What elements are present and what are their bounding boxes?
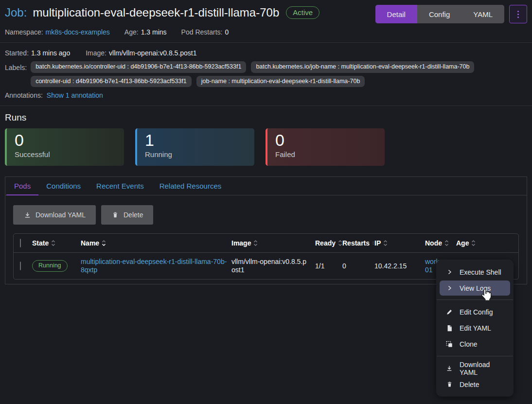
page-header: Job: multiplication-eval-deepseek-r1-dis… bbox=[5, 0, 527, 23]
sort-icon bbox=[444, 240, 449, 246]
successful-label: Successful bbox=[15, 150, 116, 158]
label-badge: batch.kubernetes.io/job-name : multiplic… bbox=[251, 61, 474, 73]
pod-image: vllm/vllm-openai:v0.8.5.post1 bbox=[231, 258, 315, 274]
running-label: Running bbox=[145, 150, 247, 158]
label-badge: controller-uid : d4b91906-b7e1-4f13-86bb… bbox=[31, 76, 192, 88]
trash-icon bbox=[445, 381, 453, 388]
namespace-label: Namespace: bbox=[5, 28, 43, 36]
select-all-checkbox[interactable] bbox=[20, 239, 21, 247]
menu-item-delete[interactable]: Delete bbox=[437, 376, 513, 392]
sort-icon bbox=[383, 240, 388, 246]
clone-icon bbox=[445, 340, 453, 348]
chevron-right-icon bbox=[445, 284, 453, 292]
successful-runs-card: 0 Successful bbox=[5, 128, 124, 166]
kebab-icon bbox=[517, 11, 519, 12]
menu-item-edit-yaml[interactable]: Edit YAML bbox=[437, 320, 513, 336]
tab-detail[interactable]: Detail bbox=[375, 5, 417, 23]
menu-item-view-logs[interactable]: View Logs bbox=[440, 281, 510, 296]
menu-item-download-yaml[interactable]: Download YAML bbox=[437, 360, 513, 376]
image-value: vllm/vllm-openai:v0.8.5.post1 bbox=[109, 49, 197, 57]
download-icon bbox=[445, 365, 453, 372]
header-kebab-menu-button[interactable] bbox=[509, 5, 527, 23]
tab-bar: Pods Conditions Recent Events Related Re… bbox=[5, 177, 527, 195]
column-header-restarts[interactable]: Restarts bbox=[342, 239, 374, 247]
failed-runs-card: 0 Failed bbox=[266, 128, 385, 166]
column-header-state[interactable]: State bbox=[32, 239, 81, 247]
running-count: 1 bbox=[145, 130, 247, 150]
menu-divider bbox=[437, 356, 513, 356]
header-meta-row: Namespace: mk8s-docs-examples Age: 1.3 m… bbox=[5, 28, 527, 36]
download-icon bbox=[23, 211, 31, 219]
header-actions: Detail Config YAML bbox=[375, 5, 527, 23]
tab-conditions[interactable]: Conditions bbox=[38, 177, 89, 195]
menu-item-execute-shell[interactable]: Execute Shell bbox=[437, 264, 513, 280]
tab-related-resources[interactable]: Related Resources bbox=[152, 177, 230, 195]
pods-toolbar: Download YAML Delete bbox=[13, 205, 519, 225]
namespace-link[interactable]: mk8s-docs-examples bbox=[46, 28, 110, 36]
started-value: 1.3 mins ago bbox=[31, 49, 70, 57]
column-header-age[interactable]: Age bbox=[456, 239, 498, 247]
runs-section-title: Runs bbox=[5, 112, 527, 123]
label-badge: batch.kubernetes.io/controller-uid : d4b… bbox=[31, 61, 246, 73]
label-badges: batch.kubernetes.io/controller-uid : d4b… bbox=[31, 61, 512, 87]
sort-icon bbox=[471, 240, 476, 246]
resource-name: multiplication-eval-deepseek-r1-distill-… bbox=[33, 5, 279, 20]
menu-item-clone[interactable]: Clone bbox=[437, 336, 513, 352]
pod-state-badge: Running bbox=[32, 260, 68, 272]
menu-item-edit-config[interactable]: Edit Config bbox=[437, 304, 513, 320]
job-detail-page: Job: multiplication-eval-deepseek-r1-dis… bbox=[0, 0, 532, 284]
tab-yaml[interactable]: YAML bbox=[461, 5, 504, 23]
started-label: Started: bbox=[5, 49, 29, 57]
file-icon bbox=[445, 324, 453, 332]
image-label: Image: bbox=[86, 49, 106, 57]
pod-restarts: 0 bbox=[342, 262, 374, 270]
tab-recent-events[interactable]: Recent Events bbox=[89, 177, 152, 195]
successful-count: 0 bbox=[15, 130, 116, 150]
page-title: Job: multiplication-eval-deepseek-r1-dis… bbox=[5, 5, 319, 20]
pod-name-link[interactable]: multiplication-eval-deepseek-r1-distill-… bbox=[81, 258, 227, 274]
table-header-row: State Name Image Ready Restarts bbox=[14, 234, 518, 252]
pod-restarts-value: 0 bbox=[225, 28, 229, 36]
show-annotation-link[interactable]: Show 1 annotation bbox=[47, 91, 103, 99]
label-badge: job-name : multiplication-eval-deepseek-… bbox=[196, 76, 365, 88]
pod-ip: 10.42.2.15 bbox=[374, 262, 425, 270]
pod-ready: 1/1 bbox=[315, 262, 342, 270]
sort-icon bbox=[253, 240, 258, 246]
download-yaml-button[interactable]: Download YAML bbox=[13, 205, 96, 225]
resource-kind-label: Job: bbox=[5, 5, 27, 20]
failed-label: Failed bbox=[275, 150, 377, 158]
sort-icon bbox=[338, 240, 342, 246]
sort-icon bbox=[51, 240, 55, 246]
section-divider bbox=[0, 105, 532, 106]
running-runs-card: 1 Running bbox=[135, 128, 254, 166]
column-header-ip[interactable]: IP bbox=[374, 239, 425, 247]
column-header-ready[interactable]: Ready bbox=[315, 239, 342, 247]
delete-button[interactable]: Delete bbox=[101, 205, 153, 225]
labels-label: Labels: bbox=[5, 61, 27, 71]
age-value: 1.3 mins bbox=[141, 28, 167, 36]
failed-count: 0 bbox=[275, 130, 377, 150]
column-header-image[interactable]: Image bbox=[231, 239, 315, 247]
runs-cards: 0 Successful 1 Running 0 Failed bbox=[5, 128, 527, 166]
column-header-name[interactable]: Name bbox=[81, 239, 231, 247]
status-badge: Active bbox=[286, 6, 319, 19]
annotations-label: Annotations: bbox=[5, 91, 43, 99]
tab-pods[interactable]: Pods bbox=[6, 177, 38, 195]
tab-config[interactable]: Config bbox=[417, 5, 461, 23]
annotations-row: Annotations: Show 1 annotation bbox=[5, 91, 527, 99]
menu-divider bbox=[437, 299, 513, 300]
header-divider bbox=[0, 42, 532, 43]
column-header-node[interactable]: Node bbox=[425, 239, 456, 247]
row-context-menu: Execute Shell View Logs Edit Config Edit… bbox=[437, 260, 513, 396]
trash-icon bbox=[111, 211, 119, 219]
view-switcher: Detail Config YAML bbox=[375, 5, 504, 23]
labels-row: Labels: batch.kubernetes.io/controller-u… bbox=[5, 61, 527, 87]
chevron-right-icon bbox=[445, 268, 453, 276]
pod-restarts-label: Pod Restarts: bbox=[181, 28, 223, 36]
sort-icon-active bbox=[102, 240, 106, 246]
pencil-icon bbox=[445, 308, 453, 316]
row-checkbox[interactable] bbox=[20, 262, 21, 270]
age-label: Age: bbox=[124, 28, 139, 36]
detail-row: Started: 1.3 mins ago Image: vllm/vllm-o… bbox=[5, 49, 527, 57]
